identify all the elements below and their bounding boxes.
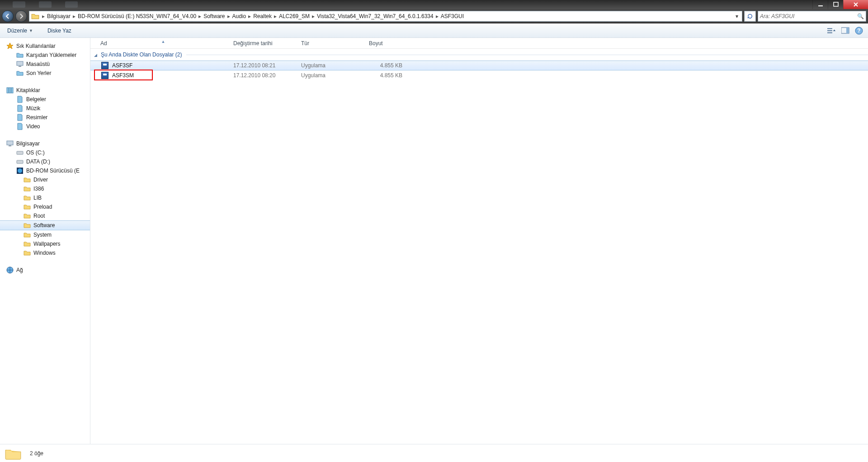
sidebar-label: System	[33, 232, 52, 238]
sidebar-label: Masaüstü	[26, 61, 50, 67]
view-options-button[interactable]	[827, 26, 836, 35]
breadcrumb-item[interactable]: ASF3GUI	[439, 13, 465, 19]
drive-icon	[16, 158, 24, 165]
sidebar-label: Son Yerler	[26, 70, 51, 76]
sidebar-item-drive-bd[interactable]: BD-ROM Sürücüsü (E	[0, 166, 90, 175]
back-button[interactable]	[2, 10, 14, 22]
sidebar-item-folder[interactable]: Root	[0, 211, 90, 220]
chevron-right-icon[interactable]: ▸	[435, 13, 439, 19]
sidebar-item-folder[interactable]: Driver	[0, 175, 90, 184]
sidebar-libraries-header[interactable]: Kitaplıklar	[0, 86, 90, 95]
desktop-thumb	[13, 1, 25, 8]
chevron-right-icon[interactable]: ▸	[198, 13, 202, 19]
sidebar-item-folder[interactable]: LIB	[0, 193, 90, 202]
column-header-date[interactable]: Değiştirme tarihi	[230, 40, 297, 47]
sidebar-item-recent[interactable]: Son Yerler	[0, 69, 90, 78]
svg-rect-4	[827, 32, 832, 33]
svg-rect-9	[17, 61, 23, 65]
library-icon	[16, 105, 24, 112]
close-button[interactable]	[843, 0, 868, 9]
file-date: 17.12.2010 08:20	[230, 72, 297, 79]
sidebar-label: Belgeler	[26, 96, 46, 103]
svg-rect-14	[7, 141, 13, 145]
library-icon	[16, 123, 24, 130]
navigation-bar: ▸ Bilgisayar ▸ BD-ROM Sürücüsü (E:) N53S…	[0, 9, 868, 23]
sidebar-item-folder[interactable]: Windows	[0, 248, 90, 257]
folder-icon	[24, 203, 31, 210]
burn-button[interactable]: Diske Yaz	[45, 26, 74, 35]
sidebar-item-folder[interactable]: I386	[0, 184, 90, 193]
sidebar-item-documents[interactable]: Belgeler	[0, 95, 90, 104]
file-name: ASF3SM	[112, 72, 134, 79]
svg-rect-11	[7, 88, 9, 93]
file-date: 17.12.2010 08:21	[230, 62, 297, 69]
chevron-right-icon[interactable]: ▸	[226, 13, 231, 19]
sort-ascending-icon: ▲	[161, 39, 165, 44]
folder-icon	[24, 240, 31, 247]
file-name: ASF3SF	[112, 62, 132, 69]
sidebar-computer-header[interactable]: Bilgisayar	[0, 139, 90, 148]
sidebar-item-desktop[interactable]: Masaüstü	[0, 60, 90, 69]
search-input[interactable]: Ara: ASF3GUI 🔍	[758, 11, 866, 22]
sidebar-item-folder[interactable]: Preload	[0, 202, 90, 211]
search-placeholder: Ara: ASF3GUI	[760, 13, 794, 19]
library-icon	[16, 114, 24, 121]
breadcrumb-item[interactable]: Bilgisayar	[46, 13, 72, 19]
sidebar-item-drive-c[interactable]: OS (C:)	[0, 148, 90, 157]
folder-icon	[24, 231, 31, 238]
column-label: Boyut	[369, 40, 383, 47]
svg-rect-10	[19, 66, 21, 67]
address-dropdown[interactable]: ▾	[733, 13, 741, 19]
folder-icon	[24, 222, 31, 229]
chevron-right-icon[interactable]: ▸	[247, 13, 252, 19]
file-group-header[interactable]: Şu Anda Diskte Olan Dosyalar (2)	[90, 49, 868, 61]
sidebar-label: Driver	[33, 177, 48, 183]
chevron-right-icon[interactable]: ▸	[72, 13, 76, 19]
minimize-button[interactable]	[812, 0, 828, 9]
sidebar-label: Resimler	[26, 114, 47, 121]
chevron-right-icon[interactable]: ▸	[311, 13, 316, 19]
file-size: 4.855 KB	[365, 62, 406, 69]
search-icon[interactable]: 🔍	[857, 13, 864, 19]
column-header-type[interactable]: Tür	[297, 40, 365, 47]
breadcrumb-item[interactable]: Software	[202, 13, 226, 19]
chevron-right-icon[interactable]: ▸	[41, 13, 46, 19]
svg-rect-0	[818, 5, 823, 6]
breadcrumb-item[interactable]: Audio	[231, 13, 248, 19]
sidebar-item-drive-d[interactable]: DATA (D:)	[0, 157, 90, 166]
desktop-icon	[16, 61, 24, 68]
computer-icon	[6, 140, 14, 147]
network-icon	[6, 266, 14, 274]
breadcrumb-item[interactable]: Realtek	[252, 13, 273, 19]
sidebar-item-folder[interactable]: System	[0, 230, 90, 239]
group-label: Şu Anda Diskte Olan Dosyalar (2)	[101, 51, 182, 58]
sidebar-item-pictures[interactable]: Resimler	[0, 113, 90, 122]
svg-rect-12	[9, 88, 11, 93]
column-header-name[interactable]: Ad ▲	[97, 40, 230, 47]
svg-rect-16	[17, 151, 23, 154]
navigation-pane: Sık Kullanılanlar Karşıdan Yüklemeler Ma…	[0, 38, 90, 444]
preview-pane-button[interactable]	[841, 26, 850, 35]
status-text: 2 öğe	[30, 450, 43, 457]
maximize-button[interactable]	[828, 0, 843, 9]
breadcrumb-item[interactable]: ALC269_SM	[278, 13, 311, 19]
file-row[interactable]: ASF3SM17.12.2010 08:20Uygulama4.855 KB	[90, 70, 868, 80]
address-bar[interactable]: ▸ Bilgisayar ▸ BD-ROM Sürücüsü (E:) N53S…	[29, 11, 742, 22]
sidebar-favorites-header[interactable]: Sık Kullanılanlar	[0, 42, 90, 51]
sidebar-item-folder[interactable]: Wallpapers	[0, 239, 90, 248]
sidebar-label: Karşıdan Yüklemeler	[26, 52, 76, 58]
help-button[interactable]: ?	[854, 26, 863, 35]
chevron-right-icon[interactable]: ▸	[273, 13, 278, 19]
organize-button[interactable]: Düzenle ▼	[5, 26, 36, 35]
sidebar-item-downloads[interactable]: Karşıdan Yüklemeler	[0, 51, 90, 60]
sidebar-item-folder[interactable]: Software	[0, 220, 90, 230]
sidebar-item-music[interactable]: Müzik	[0, 104, 90, 113]
forward-button[interactable]	[15, 10, 27, 22]
file-row[interactable]: ASF3SF17.12.2010 08:21Uygulama4.855 KB	[90, 61, 868, 70]
breadcrumb-item[interactable]: Vista32_Vista64_Win7_32_Win7_64_6.0.1.63…	[316, 13, 435, 19]
sidebar-network-header[interactable]: Ağ	[0, 266, 90, 275]
refresh-button[interactable]	[744, 11, 756, 22]
breadcrumb-item[interactable]: BD-ROM Sürücüsü (E:) N53SN_WIN7_64_V4.00	[76, 13, 198, 19]
sidebar-item-videos[interactable]: Video	[0, 122, 90, 131]
column-header-size[interactable]: Boyut	[365, 40, 406, 47]
